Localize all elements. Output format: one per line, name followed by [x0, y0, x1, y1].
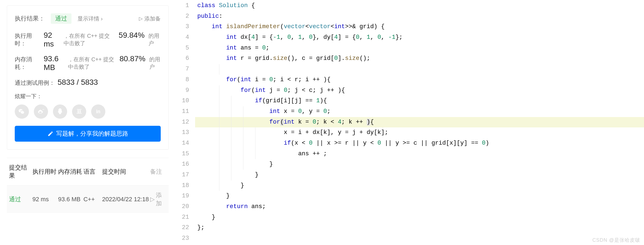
watermark: CSDN @是张哈皮啵 [592, 237, 640, 243]
code-line[interactable]: int dx[4] = {-1, 0, 1, 0}, dy[4] = {0, 1… [195, 32, 644, 43]
add-note-label: 添加备 [144, 15, 161, 22]
add-note-button[interactable]: ▷ 添加备 [139, 15, 161, 22]
th-mem: 内存消耗 [58, 168, 84, 176]
table-header: 提交结果 执行用时 内存消耗 语言 提交时间 备注 [7, 158, 169, 186]
code-line[interactable] [195, 64, 644, 75]
mem-stat-row: 内存消耗： 93.6 MB ，在所有 C++ 提交中击败了 80.87% 的用户 [15, 54, 161, 72]
code-line[interactable]: int islandPerimeter(vector<vector<int>>&… [195, 22, 644, 32]
table-row[interactable]: 通过 92 ms 93.6 MB C++ 2022/04/22 12:18 ▷ … [7, 186, 169, 213]
code-line[interactable]: } [195, 170, 644, 180]
linkedin-icon[interactable]: in [91, 104, 105, 119]
td-mem: 93.6 MB [58, 196, 84, 203]
left-panel: 执行结果： 通过 显示详情 ▷ 添加备 执行用时： 92 ms ，在所有 C++… [0, 0, 175, 245]
code-editor[interactable]: 1234567891011121314151617181920212223 cl… [175, 0, 644, 244]
time-desc-suffix: 的用户 [148, 32, 161, 47]
code-line[interactable]: ans ++ ; [195, 149, 644, 159]
td-note-label: 添加 [156, 191, 166, 208]
code-line[interactable]: class Solution { [195, 1, 644, 11]
code-line[interactable] [195, 233, 644, 244]
code-line[interactable]: } [195, 212, 644, 223]
submissions-table: 提交结果 执行用时 内存消耗 语言 提交时间 备注 通过 92 ms 93.6 … [7, 158, 169, 213]
th-result: 提交结果 [9, 164, 32, 180]
time-label: 执行用时： [15, 32, 41, 47]
qq-icon[interactable] [53, 104, 67, 119]
th-date: 提交时间 [102, 168, 150, 176]
cases-label: 通过测试用例： [15, 79, 55, 87]
time-value: 92 ms [44, 31, 59, 48]
mem-value: 93.6 MB [44, 54, 64, 72]
result-label: 执行结果： [15, 14, 45, 23]
douban-icon[interactable]: 豆 [72, 104, 86, 119]
svg-text:in: in [96, 109, 100, 114]
status-badge: 通过 [51, 13, 71, 24]
code-line[interactable]: int ans = 0; [195, 43, 644, 54]
th-lang: 语言 [84, 168, 102, 176]
share-icons-row: 豆 in [15, 104, 161, 119]
code-line[interactable]: int x = 0, y = 0; [195, 106, 644, 117]
details-link[interactable]: 显示详情 [77, 15, 103, 22]
result-card: 执行结果： 通过 显示详情 ▷ 添加备 执行用时： 92 ms ，在所有 C++… [7, 5, 169, 150]
th-note: 备注 [150, 168, 166, 176]
code-line[interactable]: for(int j = 0; j < c; j ++ ){ [195, 85, 644, 96]
code-area[interactable]: class Solution {public: int islandPerime… [195, 1, 644, 244]
code-line[interactable]: } [195, 180, 644, 191]
time-pct: 59.84% [119, 31, 145, 40]
mem-desc-suffix: 的用户 [149, 56, 161, 71]
mem-label: 内存消耗： [15, 56, 41, 71]
flag-icon: ▷ [139, 16, 143, 22]
td-note-button[interactable]: ▷ 添加 [150, 191, 166, 208]
flag-icon: ▷ [150, 196, 155, 203]
code-line[interactable]: int r = grid.size(), c = grid[0].size(); [195, 53, 644, 64]
wechat-icon[interactable] [15, 104, 29, 119]
time-stat-row: 执行用时： 92 ms ，在所有 C++ 提交中击败了 59.84% 的用户 [15, 31, 161, 48]
edit-icon [47, 131, 53, 137]
code-line[interactable]: if(grid[i][j] == 1){ [195, 96, 644, 106]
boast-label: 炫耀一下： [15, 93, 161, 100]
code-line[interactable]: } [195, 191, 644, 202]
code-panel: 1234567891011121314151617181920212223 cl… [175, 0, 644, 245]
mem-pct: 80.87% [120, 54, 145, 63]
code-line[interactable]: return ans; [195, 202, 644, 212]
cases-stat-row: 通过测试用例： 5833 / 5833 [15, 78, 161, 87]
th-time: 执行用时 [32, 168, 58, 176]
mem-desc-prefix: ，在所有 C++ 提交中击败了 [68, 56, 116, 71]
code-line[interactable]: public: [195, 11, 644, 22]
td-result: 通过 [9, 195, 32, 203]
svg-text:豆: 豆 [76, 109, 82, 114]
code-line[interactable]: } [195, 159, 644, 170]
weibo-icon[interactable] [34, 104, 48, 119]
code-line[interactable]: if(x < 0 || x >= r || y < 0 || y >= c ||… [195, 138, 644, 149]
write-solution-button[interactable]: 写题解，分享我的解题思路 [15, 126, 161, 142]
td-lang: C++ [84, 196, 102, 203]
result-header: 执行结果： 通过 显示详情 ▷ 添加备 [15, 13, 161, 24]
write-solution-label: 写题解，分享我的解题思路 [56, 130, 128, 138]
td-date: 2022/04/22 12:18 [102, 196, 150, 203]
time-desc-prefix: ，在所有 C++ 提交中击败了 [64, 32, 115, 47]
code-line[interactable]: x = i + dx[k], y = j + dy[k]; [195, 127, 644, 138]
line-gutter: 1234567891011121314151617181920212223 [175, 1, 195, 244]
code-line[interactable]: for(int k = 0; k < 4; k ++ ){ [195, 117, 644, 128]
cases-value: 5833 / 5833 [58, 78, 98, 87]
td-time: 92 ms [32, 196, 58, 203]
code-line[interactable]: for(int i = 0; i < r; i ++ ){ [195, 75, 644, 85]
code-line[interactable]: }; [195, 223, 644, 233]
